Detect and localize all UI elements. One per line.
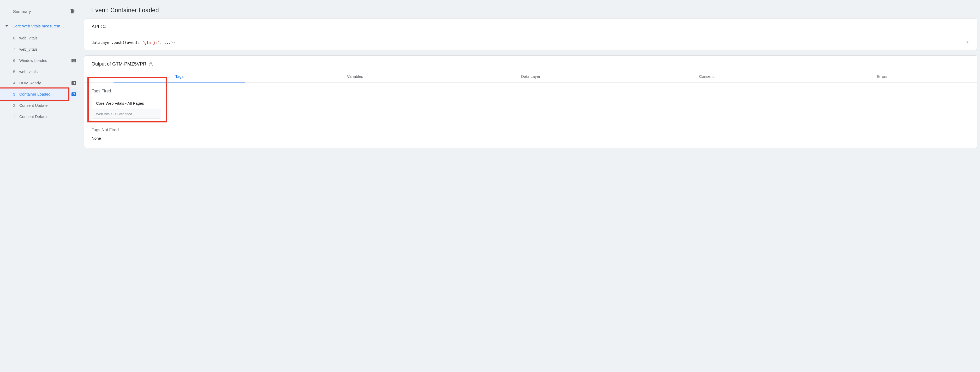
event-num: 8 [13, 36, 19, 40]
code-badge-icon [72, 81, 76, 85]
fired-tags-container: Core Web Vitals - All PagesWeb Vitals - … [92, 97, 161, 119]
output-tabs: TagsVariablesData LayerConsentErrors [84, 70, 977, 83]
sidebar: Summary Core Web Vitals measurem… 8web_v… [0, 0, 80, 372]
event-num: 2 [13, 103, 19, 107]
event-label: web_vitals [19, 36, 76, 40]
event-num: 5 [13, 69, 19, 74]
page-title: Event: Container Loaded [91, 7, 977, 14]
tab-tags[interactable]: Tags [92, 70, 267, 82]
api-call-code: dataLayer.push({event: "gtm.js", ...}) [92, 40, 175, 45]
tags-fired-label: Tags Fired [92, 89, 161, 93]
event-item-5[interactable]: 5web_vitals [0, 66, 80, 77]
tags-not-fired-label: Tags Not Fired [92, 128, 970, 133]
event-label: Container Loaded [19, 92, 69, 96]
event-num: 3 [13, 92, 19, 96]
tab-errors[interactable]: Errors [794, 70, 970, 82]
event-num: 4 [13, 81, 19, 85]
event-item-7[interactable]: 7web_vitals [0, 43, 80, 55]
event-label: web_vitals [19, 69, 76, 74]
event-num: 7 [13, 47, 19, 51]
sidebar-title: Summary [13, 10, 31, 14]
main-content: Event: Container Loaded API Call dataLay… [80, 0, 980, 372]
tags-fired-section: Tags Fired Core Web Vitals - All PagesWe… [92, 89, 161, 120]
event-item-8[interactable]: 8web_vitals [0, 32, 80, 43]
event-item-6[interactable]: 6Window Loaded [0, 55, 80, 66]
fired-tag-status: Web Vitals - Succeeded [92, 109, 161, 118]
sidebar-header: Summary [0, 5, 80, 21]
tags-not-fired-value: None [92, 136, 970, 140]
tags-not-fired-section: Tags Not Fired None [92, 128, 970, 140]
api-call-heading: API Call [84, 19, 977, 35]
output-heading: Output of GTM-PMZ5VPR [92, 61, 146, 67]
tab-consent[interactable]: Consent [619, 70, 794, 82]
fired-tag-card[interactable]: Core Web Vitals - All PagesWeb Vitals - … [92, 97, 161, 119]
event-num: 6 [13, 58, 19, 63]
event-label: Consent Default [19, 114, 76, 119]
event-item-2[interactable]: 2Consent Update [0, 100, 80, 111]
tab-body-tags: Tags Fired Core Web Vitals - All PagesWe… [84, 83, 977, 148]
event-label: Window Loaded [19, 58, 69, 63]
help-icon[interactable]: ? [149, 62, 153, 66]
collapse-arrow-icon [5, 24, 9, 28]
sidebar-root-label: Core Web Vitals measurem… [13, 24, 77, 28]
clear-events-icon[interactable] [69, 8, 75, 15]
tab-data-layer[interactable]: Data Layer [443, 70, 618, 82]
code-badge-icon [72, 93, 76, 96]
sidebar-root-item[interactable]: Core Web Vitals measurem… [0, 21, 80, 31]
event-list: 8web_vitals7web_vitals6Window Loaded5web… [0, 32, 80, 122]
event-label: web_vitals [19, 47, 76, 51]
event-item-1[interactable]: 1Consent Default [0, 111, 80, 122]
output-heading-row: Output of GTM-PMZ5VPR ? [84, 56, 977, 70]
event-label: Consent Update [19, 103, 76, 107]
output-card: Output of GTM-PMZ5VPR ? TagsVariablesDat… [84, 55, 977, 148]
code-badge-icon [72, 59, 76, 62]
fired-tag-title: Core Web Vitals - All Pages [92, 97, 161, 109]
event-num: 1 [13, 114, 19, 119]
tab-variables[interactable]: Variables [267, 70, 443, 82]
event-item-4[interactable]: 4DOM Ready [0, 77, 80, 88]
event-label: DOM Ready [19, 81, 69, 85]
event-item-3[interactable]: 3Container Loaded [0, 88, 80, 100]
api-call-body[interactable]: dataLayer.push({event: "gtm.js", ...}) [84, 35, 977, 50]
api-call-card: API Call dataLayer.push({event: "gtm.js"… [84, 19, 977, 50]
chevron-down-icon [965, 40, 970, 45]
